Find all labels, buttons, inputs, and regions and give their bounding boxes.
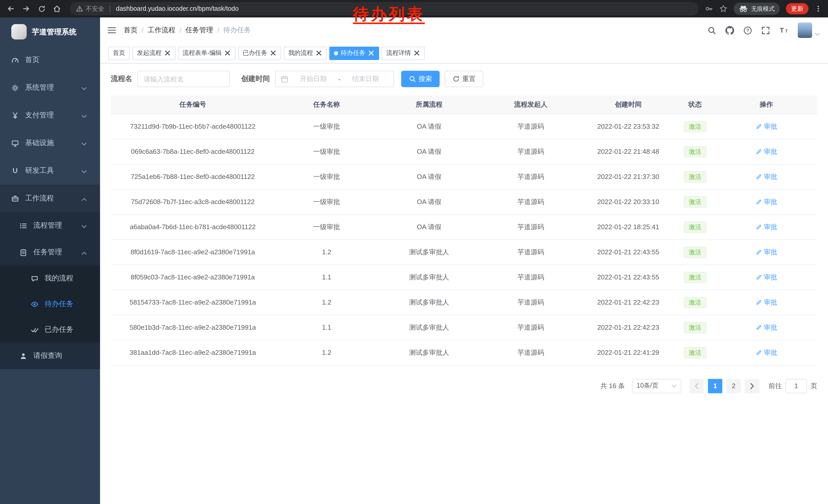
close-icon[interactable] <box>224 50 231 56</box>
font-size-icon[interactable]: TT <box>779 26 788 35</box>
clipboard-icon <box>19 248 27 256</box>
goto-page-input[interactable] <box>785 379 807 393</box>
initiator-cell: 芋道源码 <box>480 265 582 290</box>
security-chip[interactable]: 不安全 <box>76 4 104 13</box>
sidebar-menu: 首页系统管理支付管理基础设施研发工具工作流程流程管理任务管理我的流程待办任务已办… <box>0 46 100 369</box>
next-page-button[interactable] <box>745 379 759 393</box>
url-text: dashboard.yudao.iocoder.cn/bpm/task/todo <box>116 5 239 12</box>
process-cell: OA 请假 <box>379 214 480 239</box>
approve-button[interactable]: 审批 <box>756 323 777 332</box>
sidebar-item-label: 已办任务 <box>45 325 73 334</box>
approve-button[interactable]: 审批 <box>756 147 777 156</box>
page-size-select[interactable]: 10条/页 <box>632 379 681 393</box>
sidebar-item-my-process[interactable]: 我的流程 <box>0 266 100 291</box>
sidebar-item-workflow[interactable]: 工作流程 <box>0 185 100 212</box>
sidebar-item-devtools[interactable]: 研发工具 <box>0 157 100 185</box>
created-cell: 2022-01-21 22:42:23 <box>582 315 675 340</box>
omnibox-divider <box>110 5 110 12</box>
logo-image <box>11 24 27 40</box>
actions-cell: 审批 <box>715 340 817 365</box>
hamburger-icon <box>107 26 117 35</box>
magnet-icon <box>11 167 19 175</box>
tab-process-detail[interactable]: 流程详情 <box>382 46 425 60</box>
approve-button[interactable]: 审批 <box>756 297 777 307</box>
breadcrumb-item[interactable]: 工作流程 <box>148 26 175 35</box>
breadcrumb-item[interactable]: 首页 <box>124 26 137 35</box>
search-icon[interactable] <box>707 26 716 35</box>
tab-form-edit[interactable]: 流程表单-编辑 <box>178 46 236 60</box>
tab-launch-process[interactable]: 发起流程 <box>132 46 175 60</box>
close-icon[interactable] <box>413 50 420 56</box>
tab-todo-tasks[interactable]: 待办任务 <box>329 46 379 60</box>
sidebar-item-leave-query[interactable]: 请假查询 <box>0 342 100 369</box>
status-badge: 激活 <box>684 221 706 232</box>
approve-button[interactable]: 审批 <box>756 172 777 181</box>
close-icon[interactable] <box>368 50 374 56</box>
home-button[interactable] <box>50 2 64 15</box>
tab-done-tasks[interactable]: 已办任务 <box>238 46 281 60</box>
process-cell: 测试多审批人 <box>379 239 480 265</box>
chevron-down-icon <box>671 383 677 388</box>
chevron-left-icon <box>694 383 700 389</box>
task-id-cell: 58154733-7ac8-11ec-a9e2-a2380e71991a <box>111 290 275 315</box>
page-button-1[interactable]: 1 <box>708 379 722 393</box>
sidebar-item-done-task[interactable]: 已办任务 <box>0 317 100 342</box>
date-range-picker[interactable]: 开始日期 - 结束日期 <box>275 71 394 87</box>
sidebar-item-payment[interactable]: 支付管理 <box>0 101 100 129</box>
prev-page-button[interactable] <box>690 379 704 393</box>
forward-button[interactable] <box>19 2 33 15</box>
tab-home[interactable]: 首页 <box>108 46 130 60</box>
task-id-cell: 580e1b3d-7ac8-11ec-a9e2-a2380e71991a <box>111 315 275 340</box>
approve-button[interactable]: 审批 <box>756 273 777 282</box>
process-cell: 测试多审批人 <box>379 290 480 315</box>
sidebar: 芋道管理系统 首页系统管理支付管理基础设施研发工具工作流程流程管理任务管理我的流… <box>0 17 100 504</box>
approve-button[interactable]: 审批 <box>756 197 777 207</box>
update-button[interactable]: 更新 <box>786 3 809 14</box>
password-key-icon[interactable] <box>705 5 713 13</box>
sidebar-item-label: 待办任务 <box>45 300 73 309</box>
page-suffix: 页 <box>811 381 817 391</box>
search-button[interactable]: 搜索 <box>401 71 440 87</box>
column-header: 状态 <box>675 95 716 114</box>
actions-cell: 审批 <box>715 164 817 189</box>
approve-button[interactable]: 审批 <box>756 122 777 131</box>
sidebar-item-label: 首页 <box>25 55 40 64</box>
close-icon[interactable] <box>316 50 322 56</box>
created-cell: 2022-01-22 21:48:48 <box>582 139 675 164</box>
filter-bar: 流程名 创建时间 开始日期 - 结束日期 搜索 重 <box>111 71 817 87</box>
approve-button[interactable]: 审批 <box>756 348 777 357</box>
fullscreen-icon[interactable] <box>761 26 770 35</box>
tab-label: 已办任务 <box>243 49 267 57</box>
sidebar-item-todo-task[interactable]: 待办任务 <box>0 291 100 317</box>
sidebar-item-system[interactable]: 系统管理 <box>0 74 100 101</box>
chat-icon <box>31 275 38 282</box>
edit-icon <box>756 324 762 330</box>
breadcrumb-separator: / <box>179 27 181 34</box>
help-icon[interactable]: ? <box>743 26 752 35</box>
logo[interactable]: 芋道管理系统 <box>0 17 100 46</box>
sidebar-item-home[interactable]: 首页 <box>0 46 100 74</box>
initiator-cell: 芋道源码 <box>480 139 582 164</box>
sidebar-item-process-mgmt[interactable]: 流程管理 <box>0 212 100 239</box>
approve-button[interactable]: 审批 <box>756 247 777 257</box>
reset-button[interactable]: 重置 <box>445 71 483 87</box>
tab-my-process[interactable]: 我的流程 <box>284 46 327 60</box>
breadcrumb-item[interactable]: 任务管理 <box>185 26 213 35</box>
incognito-icon <box>739 4 748 13</box>
github-icon[interactable] <box>726 26 734 35</box>
bookmark-star-icon[interactable] <box>719 5 728 13</box>
sidebar-toggle[interactable] <box>100 26 124 35</box>
created-cell: 2022-01-22 18:25:41 <box>582 214 675 239</box>
close-icon[interactable] <box>270 50 277 56</box>
close-icon[interactable] <box>164 50 171 56</box>
task-name-cell: 一级审批 <box>275 189 379 214</box>
sidebar-item-infra[interactable]: 基础设施 <box>0 129 100 157</box>
reload-button[interactable] <box>35 2 48 15</box>
approve-button[interactable]: 审批 <box>756 222 777 231</box>
back-button[interactable] <box>4 2 17 15</box>
page-button-2[interactable]: 2 <box>727 379 741 393</box>
user-menu[interactable] <box>798 22 820 38</box>
process-name-input[interactable] <box>137 71 230 87</box>
browser-menu-icon[interactable] <box>815 5 822 12</box>
sidebar-item-task-mgmt[interactable]: 任务管理 <box>0 239 100 266</box>
